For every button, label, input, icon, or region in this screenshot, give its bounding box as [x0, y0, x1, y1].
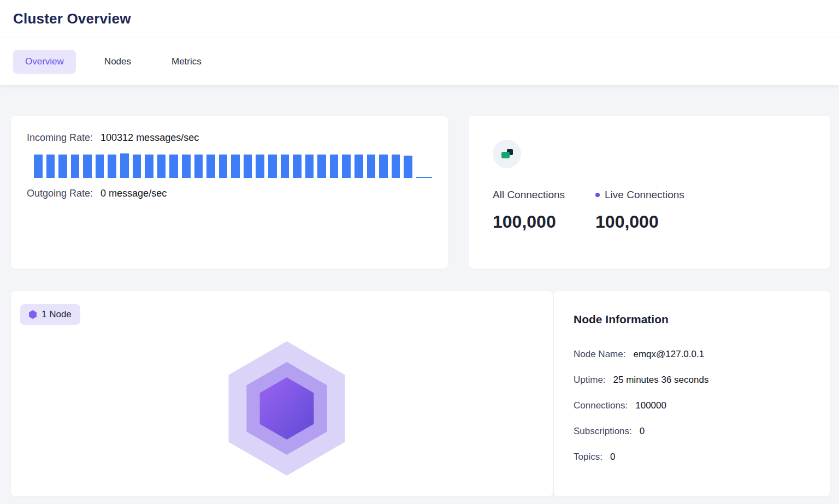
rate-bar — [169, 155, 178, 178]
connections-card: All Connections 100,000 Live Connections… — [469, 116, 830, 269]
connections-icon — [493, 140, 521, 168]
hexagon-icon — [29, 310, 37, 319]
rate-bar — [34, 155, 43, 178]
rate-bar — [281, 155, 289, 178]
rate-bar — [157, 155, 166, 178]
rate-bar — [404, 156, 412, 178]
node-info-card: Node Information Node Name:emqx@127.0.0.… — [554, 291, 830, 496]
node-info-row: Topics:0 — [574, 452, 811, 463]
node-info-value: emqx@127.0.0.1 — [633, 349, 704, 359]
bottom-row: 1 Node Node Information Nod — [11, 291, 830, 496]
rate-bar — [46, 155, 55, 178]
rate-bar — [83, 155, 92, 178]
rate-bar — [305, 155, 314, 178]
live-connections-label-text: Live Connections — [605, 189, 684, 201]
node-info-rows: Node Name:emqx@127.0.0.1Uptime:25 minute… — [574, 349, 811, 463]
node-info-row: Subscriptions:0 — [574, 426, 811, 437]
rate-bar — [108, 155, 116, 178]
tab-nodes[interactable]: Nodes — [92, 50, 143, 74]
node-info-row: Uptime:25 minutes 36 seconds — [574, 375, 811, 386]
all-connections-column: All Connections 100,000 — [493, 189, 565, 232]
node-info-label: Uptime: — [574, 375, 606, 385]
node-count-label: 1 Node — [42, 309, 72, 320]
rate-bar — [293, 155, 302, 178]
nodes-card: 1 Node — [11, 291, 553, 496]
rate-bar — [133, 155, 141, 178]
node-info-label: Topics: — [574, 452, 602, 462]
node-info-value: 100000 — [635, 400, 666, 411]
node-hexagon-graphic[interactable] — [227, 340, 347, 479]
live-connections-label: Live Connections — [595, 189, 684, 201]
rate-bar — [317, 155, 326, 178]
connections-icon-glyph — [500, 147, 514, 161]
rate-bar — [354, 155, 363, 178]
rate-bar — [96, 155, 104, 178]
incoming-rate-value: 100312 messages/sec — [101, 132, 199, 143]
top-row: Incoming Rate:100312 messages/sec Outgoi… — [11, 116, 830, 269]
page-title: Cluster Overview — [13, 10, 131, 27]
node-info-row: Connections:100000 — [574, 400, 811, 411]
node-info-value: 0 — [640, 426, 645, 436]
node-info-value: 0 — [610, 452, 615, 462]
node-info-value: 25 minutes 36 seconds — [613, 375, 709, 385]
incoming-rate-line: Incoming Rate:100312 messages/sec — [27, 132, 432, 144]
rate-bar — [58, 155, 67, 178]
all-connections-label: All Connections — [493, 189, 565, 201]
rate-bar — [392, 155, 400, 178]
outgoing-rate-value: 0 message/sec — [101, 188, 167, 199]
outgoing-rate-label: Outgoing Rate: — [27, 188, 93, 199]
node-info-title: Node Information — [574, 313, 811, 326]
rate-bar — [330, 155, 339, 178]
incoming-rate-chart — [34, 152, 432, 178]
rate-bar — [256, 155, 264, 178]
tab-overview[interactable]: Overview — [13, 50, 76, 74]
rate-bar — [120, 153, 129, 178]
tab-bar: OverviewNodesMetrics — [0, 38, 839, 85]
live-connections-value: 100,000 — [595, 212, 684, 232]
rate-bar — [71, 155, 80, 178]
node-count-badge[interactable]: 1 Node — [20, 304, 80, 325]
rate-bar — [194, 155, 203, 178]
rate-bar — [231, 155, 240, 178]
rate-bar — [342, 155, 351, 178]
node-info-label: Connections: — [574, 400, 628, 411]
rates-card: Incoming Rate:100312 messages/sec Outgoi… — [11, 116, 448, 269]
live-connections-column: Live Connections 100,000 — [595, 189, 684, 232]
rate-bar — [145, 155, 153, 178]
node-info-row: Node Name:emqx@127.0.0.1 — [574, 349, 811, 360]
live-dot-icon — [595, 193, 600, 197]
content: Incoming Rate:100312 messages/sec Outgoi… — [0, 85, 839, 496]
incoming-rate-label: Incoming Rate: — [27, 132, 93, 143]
node-hexagon-svg — [227, 340, 347, 477]
rate-bar — [244, 155, 252, 178]
connections-columns: All Connections 100,000 Live Connections… — [493, 189, 806, 232]
all-connections-value: 100,000 — [493, 212, 565, 232]
rate-bar — [219, 155, 228, 178]
page-header: Cluster Overview — [0, 0, 839, 38]
rate-baseline — [416, 177, 432, 178]
rate-bar — [379, 155, 388, 178]
rate-bar — [367, 155, 376, 178]
outgoing-rate-line: Outgoing Rate:0 message/sec — [27, 188, 432, 199]
tab-metrics[interactable]: Metrics — [159, 50, 214, 74]
rate-bar — [182, 155, 191, 178]
rate-bar — [206, 155, 215, 178]
node-info-label: Subscriptions: — [574, 426, 632, 436]
rate-bar — [268, 155, 277, 178]
node-info-label: Node Name: — [574, 349, 625, 359]
